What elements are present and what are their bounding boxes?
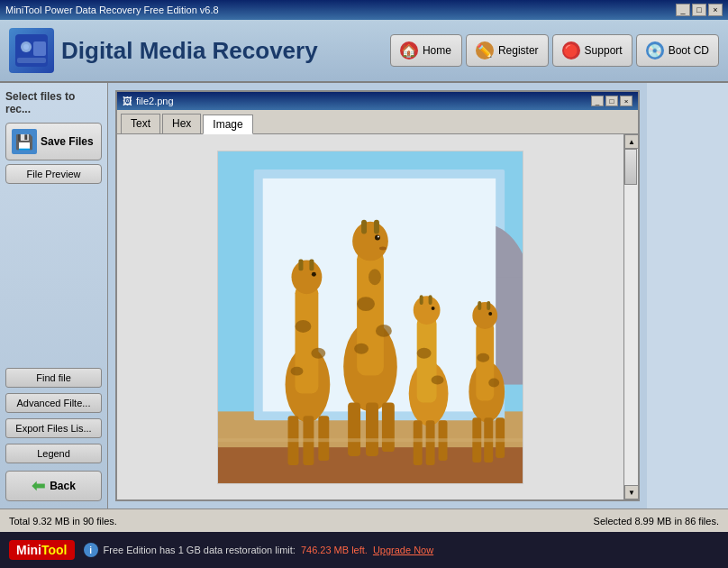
svg-point-14 — [352, 221, 388, 261]
svg-point-38 — [291, 366, 304, 375]
save-files-label: Save Files — [41, 135, 94, 148]
back-label: Back — [50, 480, 76, 492]
svg-point-17 — [375, 234, 380, 240]
bootcd-button[interactable]: 💿 Boot CD — [636, 34, 719, 67]
upgrade-now-link[interactable]: Upgrade Now — [373, 545, 433, 555]
svg-rect-22 — [382, 402, 395, 452]
register-button[interactable]: ✏️ Register — [466, 34, 549, 67]
svg-rect-2 — [17, 58, 46, 63]
preview-scrollbar: ▲ ▼ — [623, 134, 638, 499]
svg-point-19 — [379, 246, 387, 250]
scroll-thumb[interactable] — [624, 149, 637, 185]
limit-remaining: 746.23 MB left. — [301, 545, 368, 555]
sidebar-spacer — [5, 188, 102, 362]
home-icon: 🏠 — [400, 41, 418, 60]
preview-titlebar-controls: _ □ × — [591, 96, 632, 106]
bottom-bar: Mini Tool i Free Edition has 1 GB data r… — [0, 532, 728, 568]
back-arrow-icon: ⬅ — [32, 476, 45, 496]
selected-files-info: Selected 8.99 MB in 86 files. — [594, 516, 719, 527]
svg-point-4 — [23, 44, 29, 50]
svg-point-23 — [357, 297, 375, 311]
svg-rect-58 — [496, 417, 505, 458]
status-bar: Total 9.32 MB in 90 files. Selected 8.99… — [0, 508, 728, 532]
select-files-label: Select files to rec... — [5, 90, 102, 115]
maximize-button[interactable]: □ — [692, 4, 706, 16]
svg-point-48 — [417, 347, 432, 358]
tab-text[interactable]: Text — [121, 114, 160, 133]
tool-text: Tool — [41, 543, 68, 557]
save-icon: 💾 — [12, 129, 37, 154]
preview-maximize-button[interactable]: □ — [605, 96, 618, 106]
find-file-button[interactable]: Find file — [5, 368, 102, 388]
tab-hex[interactable]: Hex — [162, 114, 201, 133]
main-window: Digital Media Recovery 🏠 Home ✏️ Registe… — [0, 20, 728, 568]
bottom-message: i Free Edition has 1 GB data restoration… — [84, 543, 434, 557]
svg-rect-40 — [417, 317, 437, 402]
svg-point-25 — [354, 343, 369, 353]
svg-rect-3 — [33, 41, 46, 56]
preview-close-button[interactable]: × — [620, 96, 632, 106]
svg-rect-31 — [309, 259, 314, 270]
svg-point-26 — [369, 269, 381, 285]
scroll-track[interactable] — [624, 149, 638, 485]
preview-minimize-button[interactable]: _ — [591, 96, 604, 106]
scroll-up-button[interactable]: ▲ — [624, 134, 638, 149]
svg-rect-46 — [426, 420, 435, 465]
svg-point-41 — [414, 296, 441, 325]
toolbar: Digital Media Recovery 🏠 Home ✏️ Registe… — [0, 20, 728, 83]
minimize-button[interactable]: _ — [676, 4, 690, 16]
svg-point-18 — [378, 235, 379, 237]
preview-image-area — [117, 134, 623, 499]
back-button[interactable]: ⬅ Back — [5, 471, 102, 501]
svg-rect-16 — [374, 219, 379, 234]
svg-point-60 — [488, 378, 499, 387]
app-title-logo: Digital Media Recovery — [61, 37, 318, 65]
svg-point-49 — [432, 375, 444, 384]
home-button[interactable]: 🏠 Home — [390, 34, 462, 67]
tab-image[interactable]: Image — [203, 115, 252, 134]
svg-rect-13 — [357, 250, 384, 375]
app-title-text: MiniTool Power Data Recovery Free Editio… — [5, 5, 219, 15]
app-logo: Digital Media Recovery — [9, 28, 318, 73]
svg-point-37 — [311, 347, 325, 358]
preview-tabs: Text Hex Image — [117, 110, 638, 134]
svg-point-24 — [376, 324, 392, 336]
svg-rect-43 — [429, 295, 432, 305]
sidebar: Select files to rec... 💾 Save Files File… — [0, 83, 108, 508]
svg-rect-53 — [478, 301, 481, 310]
legend-button[interactable]: Legend — [5, 444, 102, 463]
svg-rect-15 — [361, 219, 367, 234]
svg-rect-28 — [295, 286, 318, 393]
content-area: Select files to rec... 💾 Save Files File… — [0, 83, 728, 508]
preview-file-icon: 🖼 — [123, 96, 132, 106]
svg-rect-42 — [420, 295, 423, 305]
preview-filename: file2.png — [136, 96, 174, 106]
support-icon: 🔴 — [562, 41, 580, 60]
svg-point-52 — [472, 302, 497, 329]
advanced-filter-button[interactable]: Advanced Filte... — [5, 393, 102, 413]
svg-rect-30 — [298, 259, 303, 270]
svg-point-59 — [477, 353, 489, 362]
giraffe-image — [217, 151, 523, 484]
free-edition-message: Free Edition has 1 GB data restoration l… — [104, 545, 296, 555]
register-icon: ✏️ — [476, 41, 494, 60]
close-button[interactable]: × — [708, 4, 723, 16]
minitool-logo: Mini Tool — [9, 540, 75, 560]
svg-rect-45 — [414, 420, 423, 465]
app-logo-icon — [9, 28, 54, 73]
save-files-button[interactable]: 💾 Save Files — [5, 123, 102, 160]
export-files-button[interactable]: Export Files Lis... — [5, 418, 102, 438]
bootcd-icon: 💿 — [646, 41, 664, 60]
preview-body: ▲ ▼ — [117, 134, 638, 499]
svg-rect-21 — [366, 402, 378, 456]
support-button[interactable]: 🔴 Support — [552, 34, 632, 67]
svg-point-29 — [292, 260, 323, 294]
title-bar: MiniTool Power Data Recovery Free Editio… — [0, 0, 728, 20]
file-preview-button[interactable]: File Preview — [5, 164, 102, 184]
scroll-down-button[interactable]: ▼ — [624, 485, 638, 499]
svg-point-55 — [488, 312, 492, 316]
title-bar-controls: _ □ × — [676, 4, 723, 16]
svg-rect-61 — [218, 438, 523, 442]
svg-point-44 — [432, 307, 435, 310]
mini-text: Mini — [16, 543, 41, 557]
